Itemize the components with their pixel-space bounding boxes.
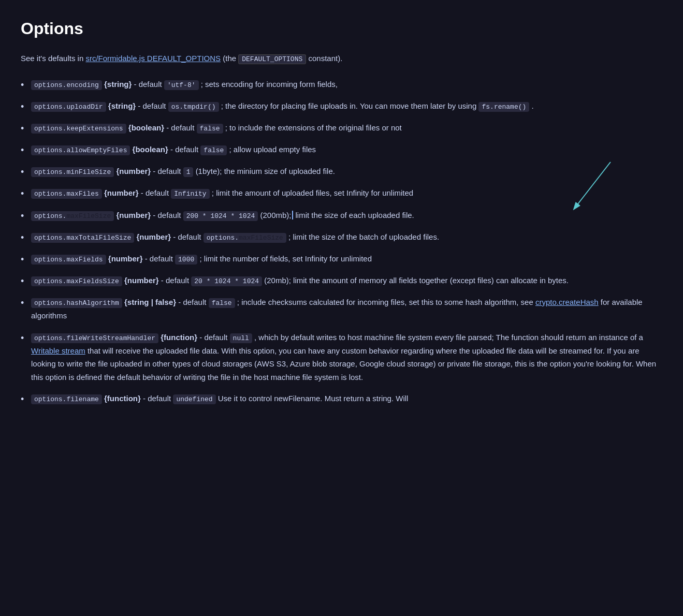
option-text: (200mb); bbox=[260, 211, 291, 219]
option-code: options.minFileSize bbox=[31, 167, 114, 177]
option-type: {number} bbox=[108, 254, 143, 263]
option-desc: - default bbox=[178, 298, 208, 306]
option-text: , which by default writes to host machin… bbox=[254, 333, 643, 342]
option-text: ; limit the number of fields, set Infini… bbox=[199, 254, 372, 263]
option-type: {number} bbox=[116, 167, 151, 175]
option-desc: - default bbox=[143, 394, 173, 403]
item-encoding: options.encoding {string} - default 'utf… bbox=[31, 78, 662, 91]
intro-const: DEFAULT_OPTIONS bbox=[238, 54, 306, 64]
list-item: options.encoding {string} - default 'utf… bbox=[21, 78, 662, 91]
item-minFileSize: options.minFileSize {number} - default 1… bbox=[31, 165, 662, 178]
option-type: {boolean} bbox=[128, 123, 164, 132]
option-type: {number} bbox=[116, 211, 151, 219]
option-text: ; limit the size of the batch of uploade… bbox=[288, 232, 439, 241]
item-maxFields: options.maxFields {number} - default 100… bbox=[31, 252, 662, 266]
option-text: ; to include the extensions of the origi… bbox=[225, 123, 402, 132]
option-desc: - default bbox=[170, 145, 200, 154]
item-maxTotalFileSize: options.maxTotalFileSize {number} - defa… bbox=[31, 230, 662, 244]
option-default: 200 * 1024 * 1024 bbox=[183, 211, 258, 221]
list-item: options.allowEmptyFiles {boolean} - defa… bbox=[21, 143, 662, 156]
item-filename: options.filename {function} - default un… bbox=[31, 392, 662, 405]
option-text: ; allow upload empty files bbox=[229, 145, 316, 154]
option-default: 1 bbox=[183, 167, 194, 177]
option-text-end: that will receive the uploaded file data… bbox=[31, 346, 656, 382]
option-default: undefined bbox=[173, 394, 215, 404]
option-text: Use it to control newFilename. Must retu… bbox=[218, 394, 409, 403]
option-desc: - default bbox=[153, 211, 183, 219]
item-maxFileSize: options.maxFileSize {number} - default 2… bbox=[31, 209, 662, 222]
option-desc: - default bbox=[138, 101, 168, 110]
options-list: options.encoding {string} - default 'utf… bbox=[21, 78, 662, 405]
list-item: options.maxFileSize {number} - default 2… bbox=[21, 209, 662, 222]
option-code: options.encoding bbox=[31, 80, 102, 90]
crypto-link[interactable]: crypto.createHash bbox=[535, 298, 599, 306]
option-desc: - default bbox=[134, 80, 164, 89]
option-code: options.hashAlgorithm bbox=[31, 298, 122, 308]
item-hashAlgorithm: options.hashAlgorithm {string | false} -… bbox=[31, 296, 662, 322]
option-code: options.keepExtensions bbox=[31, 124, 126, 134]
option-code: options.fileWriteStreamHandler bbox=[31, 333, 158, 343]
list-item: options.keepExtensions {boolean} - defau… bbox=[21, 121, 662, 135]
option-border-text: limit the size of each uploaded file. bbox=[292, 211, 414, 219]
option-text: (20mb); limit the amount of memory all f… bbox=[264, 276, 569, 285]
option-code-highlight: maxFileSize bbox=[66, 212, 111, 220]
option-default: false bbox=[197, 124, 223, 134]
list-item: options.maxFields {number} - default 100… bbox=[21, 252, 662, 266]
option-type: {function} bbox=[104, 394, 141, 403]
list-item: options.hashAlgorithm {string | false} -… bbox=[21, 296, 662, 322]
option-text: ; sets encoding for incoming form fields… bbox=[201, 80, 338, 89]
option-desc: - default bbox=[173, 232, 203, 241]
item-allowEmptyFiles: options.allowEmptyFiles {boolean} - defa… bbox=[31, 143, 662, 156]
option-default: false bbox=[209, 298, 235, 308]
intro-text: See it's defaults in bbox=[21, 54, 85, 63]
option-desc: - default bbox=[161, 276, 191, 285]
item-maxFieldsSize: options.maxFieldsSize {number} - default… bbox=[31, 274, 662, 287]
option-type: {string} bbox=[104, 80, 132, 89]
option-default: false bbox=[200, 145, 227, 155]
list-item: options.maxTotalFileSize {number} - defa… bbox=[21, 230, 662, 244]
option-type: {boolean} bbox=[133, 145, 168, 154]
option-default: Infinity bbox=[171, 189, 209, 199]
option-type: {function} bbox=[161, 333, 197, 342]
option-code: options.filename bbox=[31, 394, 102, 404]
option-text: ; limit the amount of uploaded files, se… bbox=[212, 188, 413, 197]
intro-link[interactable]: src/Formidable.js DEFAULT_OPTIONS bbox=[85, 54, 221, 63]
option-type: {number} bbox=[124, 276, 159, 285]
option-code: options.maxFieldsSize bbox=[31, 276, 122, 286]
option-default-highlight: maxFileSize bbox=[239, 234, 283, 242]
option-default: 'utf-8' bbox=[164, 80, 199, 90]
option-text: ; the directory for placing file uploads… bbox=[221, 101, 479, 110]
intro-middle: (the bbox=[221, 54, 238, 63]
option-type: {number} bbox=[104, 188, 139, 197]
option-code: options.maxTotalFileSize bbox=[31, 233, 134, 243]
option-text: (1byte); the minium size of uploaded fil… bbox=[196, 167, 335, 175]
option-type: {string | false} bbox=[124, 298, 176, 306]
option-desc: - default bbox=[153, 167, 183, 175]
page-title: Options bbox=[21, 16, 662, 42]
option-default: 20 * 1024 * 1024 bbox=[191, 276, 262, 286]
item-fileWriteStreamHandler: options.fileWriteStreamHandler {function… bbox=[31, 331, 662, 384]
writable-stream-link[interactable]: Writable stream bbox=[31, 346, 85, 355]
option-type: {number} bbox=[136, 232, 171, 241]
list-item: options.minFileSize {number} - default 1… bbox=[21, 165, 662, 178]
list-item: options.maxFiles {number} - default Infi… bbox=[21, 186, 662, 200]
option-code: options.maxFiles bbox=[31, 189, 102, 199]
option-desc: - default bbox=[145, 254, 175, 263]
item-keepExtensions: options.keepExtensions {boolean} - defau… bbox=[31, 121, 662, 135]
option-type: {string} bbox=[108, 101, 136, 110]
option-code: options.uploadDir bbox=[31, 102, 106, 112]
option-code: options.allowEmptyFiles bbox=[31, 145, 130, 155]
option-default: 1000 bbox=[175, 255, 197, 265]
option-desc: - default bbox=[166, 123, 196, 132]
option-default: null bbox=[230, 333, 252, 343]
option-period: . bbox=[531, 101, 533, 110]
list-item: options.filename {function} - default un… bbox=[21, 392, 662, 405]
option-desc: - default bbox=[199, 333, 229, 342]
option-desc: - default bbox=[141, 188, 171, 197]
intro-end: constant). bbox=[306, 54, 342, 63]
list-item: options.uploadDir {string} - default os.… bbox=[21, 99, 662, 113]
option-text: ; include checksums calculated for incom… bbox=[237, 298, 535, 306]
item-uploadDir: options.uploadDir {string} - default os.… bbox=[31, 99, 662, 113]
item-maxFiles: options.maxFiles {number} - default Infi… bbox=[31, 186, 662, 200]
list-item: options.maxFieldsSize {number} - default… bbox=[21, 274, 662, 287]
